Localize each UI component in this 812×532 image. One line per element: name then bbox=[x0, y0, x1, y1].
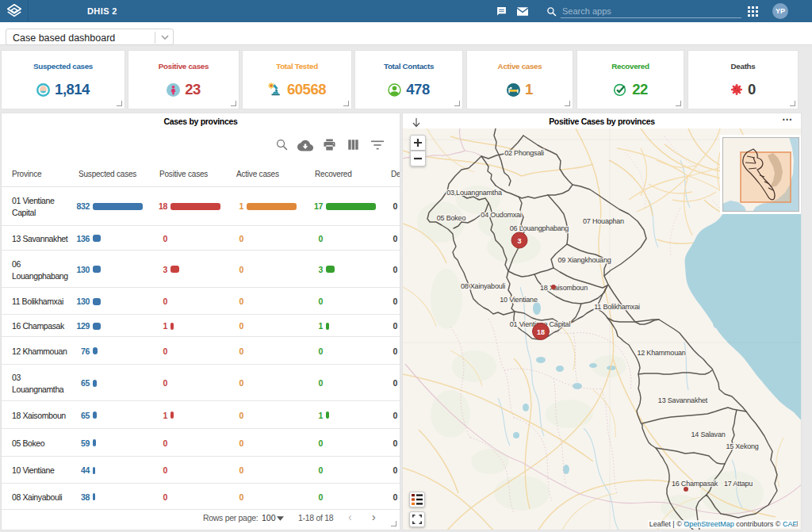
svg-text:09 Xiangkhouang: 09 Xiangkhouang bbox=[557, 256, 611, 264]
svg-text:02 Phongsali: 02 Phongsali bbox=[504, 149, 544, 157]
svg-text:13 Savannakhet: 13 Savannakhet bbox=[658, 396, 708, 404]
svg-text:3: 3 bbox=[517, 237, 521, 245]
svg-text:04 Oudomxai: 04 Oudomxai bbox=[481, 211, 522, 219]
svg-text:17 Attapu: 17 Attapu bbox=[724, 480, 753, 488]
svg-text:18 Xaisomboun: 18 Xaisomboun bbox=[540, 284, 588, 292]
svg-text:08 Xainyabouli: 08 Xainyabouli bbox=[461, 282, 505, 290]
svg-text:18: 18 bbox=[537, 328, 545, 336]
svg-text:16 Champasak: 16 Champasak bbox=[672, 480, 718, 488]
svg-text:03 Louangnamtha: 03 Louangnamtha bbox=[446, 189, 502, 197]
svg-text:15 Xekong: 15 Xekong bbox=[726, 442, 758, 450]
svg-text:14 Salavan: 14 Salavan bbox=[691, 431, 725, 438]
svg-text:12 Khammouan: 12 Khammouan bbox=[637, 349, 685, 357]
svg-text:05 Bokeo: 05 Bokeo bbox=[437, 214, 466, 222]
svg-text:06 Louangphabang: 06 Louangphabang bbox=[510, 224, 569, 232]
svg-text:07 Houaphan: 07 Houaphan bbox=[583, 217, 624, 225]
svg-text:11 Bolikhamxai: 11 Bolikhamxai bbox=[594, 303, 640, 311]
svg-text:10 Vientiane: 10 Vientiane bbox=[500, 296, 538, 304]
